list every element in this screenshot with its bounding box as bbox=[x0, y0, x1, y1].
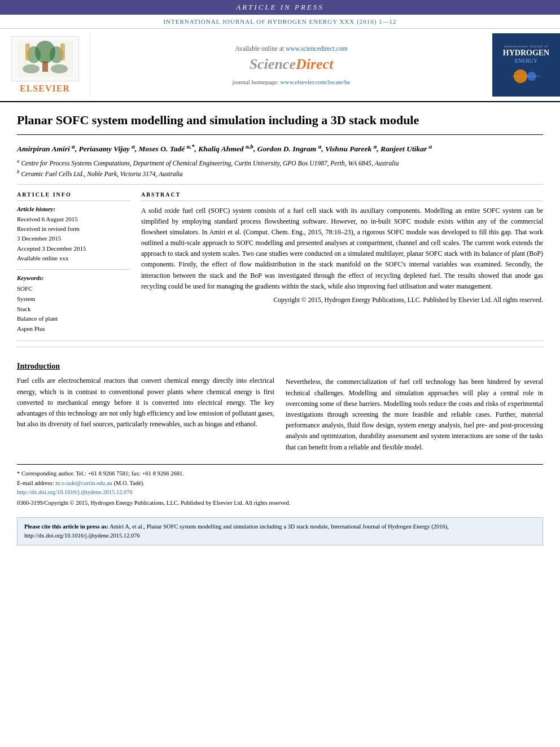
energy-text: ENERGY bbox=[515, 58, 538, 64]
body-content: Introduction Fuel cells are electrochemi… bbox=[17, 353, 543, 452]
history-revised-date: 3 December 2015 bbox=[17, 234, 130, 243]
science-text: Science bbox=[250, 56, 296, 73]
article-history-label: Article history: bbox=[17, 206, 130, 212]
elsevier-logo-section: ELSEVIER bbox=[0, 33, 90, 97]
article-info-heading: ARTICLE INFO bbox=[17, 191, 130, 201]
elsevier-brand-text: ELSEVIER bbox=[20, 84, 70, 94]
elsevier-logo-graphic bbox=[11, 36, 79, 81]
hydrogen-text: HYDROGEN bbox=[503, 49, 549, 57]
article-title: Planar SOFC system modelling and simulat… bbox=[17, 102, 543, 135]
history-received: Received 6 August 2015 bbox=[17, 215, 130, 224]
corresponding-author-note: * Corresponding author. Tel.: +61 8 9266… bbox=[17, 469, 543, 479]
introduction-heading: Introduction bbox=[17, 362, 274, 371]
intro-left-text: Fuel cells are electrochemical reactors … bbox=[17, 375, 274, 430]
keyword-stack: Stack bbox=[17, 304, 130, 314]
history-revised-label: Received in revised form bbox=[17, 225, 130, 233]
svg-rect-8 bbox=[60, 43, 65, 60]
svg-point-5 bbox=[23, 64, 40, 73]
main-content: Planar SOFC system modelling and simulat… bbox=[0, 102, 560, 545]
svg-rect-4 bbox=[42, 62, 48, 72]
journal-name-text: INTERNATIONAL JOURNAL OF HYDROGEN ENERGY… bbox=[163, 18, 396, 25]
section-separator bbox=[17, 347, 543, 347]
abstract-heading: ABSTRACT bbox=[141, 191, 543, 201]
issn-text: 0360-3199/Copyright © 2015, Hydrogen Ene… bbox=[17, 500, 543, 506]
info-abstract-section: ARTICLE INFO Article history: Received 6… bbox=[17, 185, 543, 342]
authors-line: Amirpiran Amiri a, Periasamy Vijay a, Mo… bbox=[17, 142, 543, 155]
journal-cover-inner: International Journal of HYDROGEN ENERGY bbox=[495, 37, 557, 93]
journal-cover: International Journal of HYDROGEN ENERGY bbox=[492, 33, 560, 97]
abstract-text: A solid oxide fuel cell (SOFC) system co… bbox=[141, 206, 543, 292]
journal-name-bar: INTERNATIONAL JOURNAL OF HYDROGEN ENERGY… bbox=[0, 15, 560, 29]
intl-text: International Journal of bbox=[504, 44, 548, 49]
keywords-label: Keywords: bbox=[17, 274, 130, 281]
center-header: Available online at www.sciencedirect.co… bbox=[90, 33, 492, 97]
history-online: Available online xxx bbox=[17, 254, 130, 263]
keywords-section: Keywords: SOFC System Stack Balance of p… bbox=[17, 269, 130, 334]
history-accepted: Accepted 3 December 2015 bbox=[17, 244, 130, 253]
citation-box: Please cite this article in press as: Am… bbox=[17, 517, 543, 545]
intro-right-text: Nevertheless, the commercialization of f… bbox=[286, 377, 543, 452]
article-info-col: ARTICLE INFO Article history: Received 6… bbox=[17, 191, 130, 334]
authors-text: Amirpiran Amiri a, Periasamy Vijay a, Mo… bbox=[17, 145, 432, 153]
abstract-col: ABSTRACT A solid oxide fuel cell (SOFC) … bbox=[141, 191, 543, 334]
author-email-link[interactable]: m.o.tade@curtin.edu.au bbox=[55, 480, 112, 486]
sciencedirect-url[interactable]: www.sciencedirect.com bbox=[286, 45, 348, 52]
affiliation-a: a Centre for Process Systems Computation… bbox=[17, 158, 543, 168]
keyword-sofc: SOFC bbox=[17, 284, 130, 294]
doi-link-line: http://dx.doi.org/10.1016/j.ijhydene.201… bbox=[17, 488, 543, 497]
journal-homepage-text: journal homepage: www.elsevier.com/locat… bbox=[233, 78, 351, 85]
introduction-left: Introduction Fuel cells are electrochemi… bbox=[17, 362, 274, 452]
header-area: ELSEVIER Available online at www.science… bbox=[0, 29, 560, 102]
journal-homepage-url[interactable]: www.elsevier.com/locate/he bbox=[281, 78, 351, 85]
doi-link[interactable]: http://dx.doi.org/10.1016/j.ijhydene.201… bbox=[17, 489, 133, 495]
svg-point-6 bbox=[51, 64, 68, 73]
authors-section: Amirpiran Amiri a, Periasamy Vijay a, Mo… bbox=[17, 135, 543, 185]
sciencedirect-logo: ScienceDirect bbox=[250, 56, 334, 73]
email-note: E-mail address: m.o.tade@curtin.edu.au (… bbox=[17, 479, 543, 488]
svg-rect-7 bbox=[25, 43, 30, 60]
affiliation-b: b Ceramic Fuel Cells Ltd., Noble Park, V… bbox=[17, 168, 543, 179]
keyword-bop: Balance of plant bbox=[17, 314, 130, 324]
article-in-press-banner: ARTICLE IN PRESS bbox=[0, 0, 560, 15]
introduction-right: Nevertheless, the commercialization of f… bbox=[286, 362, 543, 452]
footer-section: * Corresponding author. Tel.: +61 8 9266… bbox=[17, 464, 543, 512]
citation-label: Please cite this article in press as: bbox=[24, 523, 108, 530]
direct-text: Direct bbox=[296, 56, 333, 73]
banner-text: ARTICLE IN PRESS bbox=[236, 3, 324, 11]
keyword-system: System bbox=[17, 294, 130, 304]
keyword-aspen: Aspen Plus bbox=[17, 324, 130, 334]
available-online-text: Available online at www.sciencedirect.co… bbox=[235, 45, 347, 52]
abstract-copyright: Copyright © 2015, Hydrogen Energy Public… bbox=[141, 296, 543, 303]
